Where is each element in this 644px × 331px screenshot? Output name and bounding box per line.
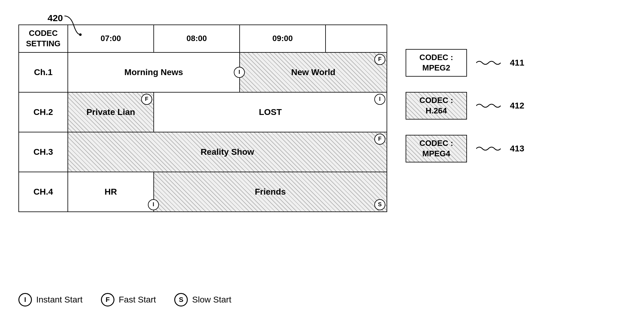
wavy-line-411 xyxy=(476,58,501,67)
codec-boxes: CODEC :MPEG2 411 CODEC :H.264 412 CODEC … xyxy=(406,49,524,162)
codec-box-h264: CODEC :H.264 xyxy=(406,92,467,120)
new-world-text: New World xyxy=(291,67,335,77)
wavy-line-412 xyxy=(476,101,501,110)
legend-badge-I: I xyxy=(18,293,32,306)
legend-slow-start: S Slow Start xyxy=(174,293,231,306)
codec-box-item-412: CODEC :H.264 412 xyxy=(406,92,524,120)
ch4-label: CH.4 xyxy=(19,172,68,212)
wavy-line-413 xyxy=(476,144,501,153)
epg-table-wrapper: CODECSETTING 07:00 08:00 09:00 Ch.1 Morn… xyxy=(18,25,387,212)
ch2-lost: LOST I xyxy=(154,92,387,132)
main-container: CODECSETTING 07:00 08:00 09:00 Ch.1 Morn… xyxy=(18,25,524,212)
legend-instant-start: I Instant Start xyxy=(18,293,83,306)
legend-fast-start: F Fast Start xyxy=(101,293,156,306)
channel-row-2: CH.2 Private Lian F LOST I xyxy=(19,92,387,132)
badge-F-ch1-newworld: F xyxy=(374,54,385,65)
legend: I Instant Start F Fast Start S Slow Star… xyxy=(18,293,231,306)
header-row: CODECSETTING 07:00 08:00 09:00 xyxy=(19,25,387,52)
reality-show-text: Reality Show xyxy=(201,147,254,157)
lost-text: LOST xyxy=(259,107,282,117)
morning-news-text: Morning News xyxy=(124,67,183,77)
codec-setting-header: CODECSETTING xyxy=(19,25,68,52)
codec-number-413: 413 xyxy=(510,144,524,154)
legend-instant-start-label: Instant Start xyxy=(36,295,83,305)
ch2-label: CH.2 xyxy=(19,92,68,132)
legend-badge-F: F xyxy=(101,293,114,306)
badge-S-ch4-friends: S xyxy=(374,199,385,210)
badge-I-ch2-lost: I xyxy=(374,94,385,105)
ch4-hr: HR I xyxy=(68,172,154,212)
time-0800: 08:00 xyxy=(154,25,240,52)
ch1-new-world: New World F xyxy=(240,52,387,92)
label-420: 420 xyxy=(48,13,63,23)
codec-number-411: 411 xyxy=(510,58,524,68)
channel-row-1: Ch.1 Morning News I New World F xyxy=(19,52,387,92)
time-extra xyxy=(326,25,387,52)
ch2-private-lian: Private Lian F xyxy=(68,92,154,132)
channel-row-3: CH.3 Reality Show F xyxy=(19,132,387,172)
time-0900: 09:00 xyxy=(240,25,326,52)
badge-F-ch2-privatelian: F xyxy=(141,94,152,105)
epg-table: CODECSETTING 07:00 08:00 09:00 Ch.1 Morn… xyxy=(18,25,387,212)
codec-box-mpeg4: CODEC :MPEG4 xyxy=(406,135,467,162)
ch1-morning-news: Morning News I xyxy=(68,52,240,92)
time-0700: 07:00 xyxy=(68,25,154,52)
private-lian-text: Private Lian xyxy=(87,107,135,117)
ch3-reality-show: Reality Show F xyxy=(68,132,387,172)
legend-slow-start-label: Slow Start xyxy=(192,295,231,305)
codec-number-412: 412 xyxy=(510,101,524,111)
ch3-label: CH.3 xyxy=(19,132,68,172)
hr-text: HR xyxy=(105,187,117,196)
codec-box-item-413: CODEC :MPEG4 413 xyxy=(406,135,524,162)
badge-F-ch3-realityshow: F xyxy=(374,134,385,145)
legend-badge-S: S xyxy=(174,293,188,306)
badge-I-ch4-hr: I xyxy=(148,199,159,210)
ch4-friends: Friends S xyxy=(154,172,387,212)
badge-I-ch1-morning: I xyxy=(234,67,245,78)
friends-text: Friends xyxy=(255,187,286,196)
channel-row-4: CH.4 HR I Friends S xyxy=(19,172,387,212)
legend-fast-start-label: Fast Start xyxy=(119,295,156,305)
codec-box-mpeg2: CODEC :MPEG2 xyxy=(406,49,467,77)
codec-box-item-411: CODEC :MPEG2 411 xyxy=(406,49,524,77)
ch1-label: Ch.1 xyxy=(19,52,68,92)
